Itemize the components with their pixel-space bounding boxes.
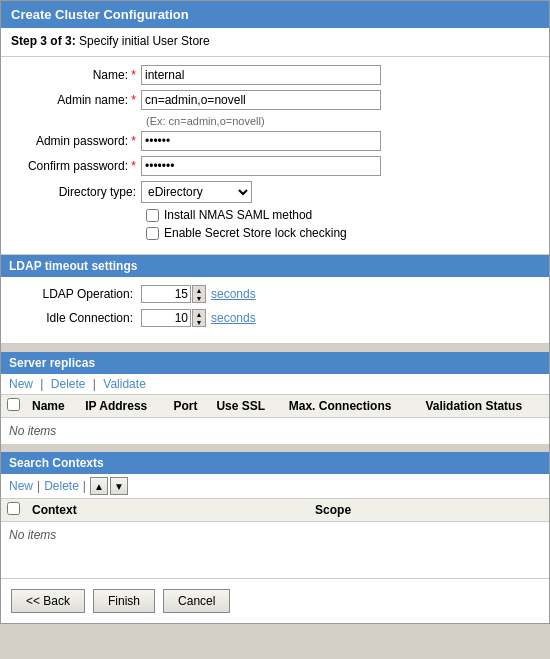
col-validation: Validation Status [419, 395, 549, 418]
server-replicas-no-items: No items [1, 418, 549, 445]
directory-type-select[interactable]: eDirectory Active Directory [141, 181, 252, 203]
admin-name-input[interactable] [141, 90, 381, 110]
idle-connection-row: Idle Connection: ▲ ▼ seconds [11, 309, 539, 327]
select-all-contexts[interactable] [7, 502, 20, 515]
col-port: Port [167, 395, 210, 418]
ldap-operation-row: LDAP Operation: ▲ ▼ seconds [11, 285, 539, 303]
idle-connection-input[interactable] [141, 309, 191, 327]
ldap-operation-label: LDAP Operation: [11, 287, 141, 301]
page-header: Create Cluster Configuration [1, 1, 549, 28]
confirm-password-label: Confirm password: * [11, 159, 141, 173]
server-replicas-no-items-text: No items [1, 418, 549, 445]
confirm-password-row: Confirm password: * [11, 156, 539, 176]
search-contexts-new-btn[interactable]: New [9, 479, 33, 493]
col-max-conn: Max. Connections [283, 395, 420, 418]
step-label: Step 3 of 3: [11, 34, 76, 48]
select-all-replicas[interactable] [7, 398, 20, 411]
admin-name-row: Admin name: * [11, 90, 539, 110]
confirm-password-input[interactable] [141, 156, 381, 176]
enable-secret-store-checkbox[interactable] [146, 227, 159, 240]
col-ssl: Use SSL [210, 395, 282, 418]
search-contexts-no-items-text: No items [1, 522, 549, 549]
admin-name-hint: (Ex: cn=admin,o=novell) [146, 115, 539, 127]
name-input[interactable] [141, 65, 381, 85]
server-replicas-validate-btn[interactable]: Validate [103, 377, 145, 391]
col-name: Name [26, 395, 79, 418]
gap-1 [1, 344, 549, 352]
form-section: Name: * Admin name: * (Ex: cn=admin,o=no… [1, 57, 549, 255]
col-ip: IP Address [79, 395, 167, 418]
ldap-section-header: LDAP timeout settings [1, 255, 549, 277]
idle-connection-unit[interactable]: seconds [211, 311, 256, 325]
server-replicas-table: Name IP Address Port Use SSL Max. Connec… [1, 395, 549, 444]
name-row: Name: * [11, 65, 539, 85]
enable-secret-store-label: Enable Secret Store lock checking [164, 226, 347, 240]
search-contexts-header-row: Context Scope [1, 499, 549, 522]
install-nmas-checkbox[interactable] [146, 209, 159, 222]
header-title: Create Cluster Configuration [11, 7, 189, 22]
col-scope: Scope [309, 499, 549, 522]
idle-connection-spinner-btns: ▲ ▼ [192, 309, 206, 327]
ldap-section: LDAP timeout settings LDAP Operation: ▲ … [1, 255, 549, 344]
col-checkbox [1, 395, 26, 418]
idle-connection-up-btn[interactable]: ▲ [193, 310, 205, 318]
col-checkbox-ctx [1, 499, 26, 522]
search-contexts-header: Search Contexts [1, 452, 549, 474]
directory-type-row: Directory type: eDirectory Active Direct… [11, 181, 539, 203]
install-nmas-label: Install NMAS SAML method [164, 208, 312, 222]
step-info: Step 3 of 3: Specify initial User Store [1, 28, 549, 57]
directory-type-label: Directory type: [11, 185, 141, 199]
back-button[interactable]: << Back [11, 589, 85, 613]
search-contexts-toolbar: New | Delete | ▲ ▼ [1, 474, 549, 499]
name-label: Name: * [11, 68, 141, 82]
admin-password-label: Admin password: * [11, 134, 141, 148]
admin-password-row: Admin password: * [11, 131, 539, 151]
cancel-button[interactable]: Cancel [163, 589, 230, 613]
search-contexts-table: Context Scope No items [1, 499, 549, 548]
install-nmas-row: Install NMAS SAML method [146, 208, 539, 222]
server-replicas-delete-btn[interactable]: Delete [51, 377, 86, 391]
search-contexts-down-btn[interactable]: ▼ [110, 477, 128, 495]
ldap-form: LDAP Operation: ▲ ▼ seconds Idle Connect… [1, 277, 549, 344]
server-replicas-toolbar: New | Delete | Validate [1, 374, 549, 395]
col-context: Context [26, 499, 309, 522]
ldap-operation-spinner-btns: ▲ ▼ [192, 285, 206, 303]
gap-2 [1, 444, 549, 452]
ldap-operation-unit[interactable]: seconds [211, 287, 256, 301]
spacer [1, 548, 549, 578]
admin-name-label: Admin name: * [11, 93, 141, 107]
idle-connection-spinner: ▲ ▼ seconds [141, 309, 256, 327]
bottom-buttons: << Back Finish Cancel [1, 578, 549, 623]
admin-password-input[interactable] [141, 131, 381, 151]
finish-button[interactable]: Finish [93, 589, 155, 613]
step-description: Specify initial User Store [79, 34, 210, 48]
enable-secret-store-row: Enable Secret Store lock checking [146, 226, 539, 240]
search-contexts-delete-btn[interactable]: Delete [44, 479, 79, 493]
ldap-operation-down-btn[interactable]: ▼ [193, 294, 205, 302]
server-replicas-header: Server replicas [1, 352, 549, 374]
ldap-operation-up-btn[interactable]: ▲ [193, 286, 205, 294]
search-contexts-no-items: No items [1, 522, 549, 549]
idle-connection-down-btn[interactable]: ▼ [193, 318, 205, 326]
server-replicas-new-btn[interactable]: New [9, 377, 33, 391]
ldap-operation-input[interactable] [141, 285, 191, 303]
idle-connection-label: Idle Connection: [11, 311, 141, 325]
search-contexts-up-btn[interactable]: ▲ [90, 477, 108, 495]
search-contexts-section: Search Contexts New | Delete | ▲ ▼ Conte… [1, 452, 549, 548]
ldap-operation-spinner: ▲ ▼ seconds [141, 285, 256, 303]
server-replicas-header-row: Name IP Address Port Use SSL Max. Connec… [1, 395, 549, 418]
server-replicas-section: Server replicas New | Delete | Validate … [1, 352, 549, 444]
